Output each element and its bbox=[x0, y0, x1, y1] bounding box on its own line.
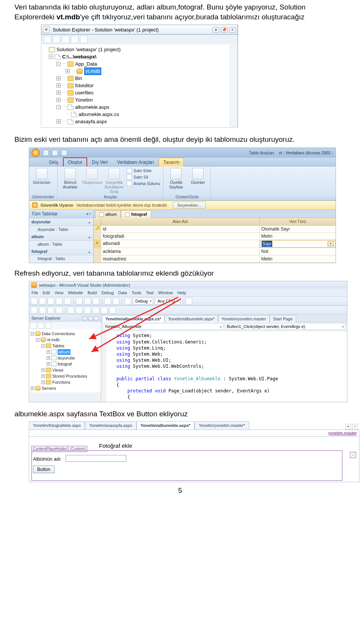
save-icon[interactable] bbox=[43, 150, 49, 156]
tool-icon[interactable] bbox=[56, 307, 63, 314]
tab-olustur[interactable]: Oluştur bbox=[63, 157, 88, 166]
refresh-icon[interactable] bbox=[31, 323, 37, 329]
collapse-icon[interactable]: − bbox=[56, 105, 61, 109]
tool-icon[interactable] bbox=[84, 307, 91, 314]
fckeditor-node[interactable]: +⋯fckeditor bbox=[44, 82, 237, 89]
yonetim-node[interactable]: +⋯Yonetim bbox=[44, 96, 237, 104]
menu-data[interactable]: Data bbox=[118, 290, 127, 296]
tool-icon[interactable] bbox=[39, 307, 46, 314]
designer-tab[interactable]: Yonetim/yonetim.master* bbox=[195, 421, 249, 430]
office-button-icon[interactable] bbox=[31, 149, 40, 157]
tool-icon[interactable] bbox=[109, 307, 116, 314]
collapse-icon[interactable]: − bbox=[49, 55, 53, 59]
menu-build[interactable]: Build bbox=[88, 290, 97, 296]
expand-icon[interactable]: + bbox=[56, 83, 61, 88]
ozellik-sayfasi-button[interactable]: Özellik Sayfası bbox=[166, 168, 185, 189]
editor-tab[interactable]: Yonetim/albumekle.aspx* bbox=[165, 315, 218, 323]
copy-website-icon[interactable] bbox=[71, 36, 78, 43]
tab-tasarim[interactable]: Tasarım bbox=[158, 158, 184, 166]
add-item-icon[interactable] bbox=[39, 298, 46, 304]
tables-node[interactable]: −Tables bbox=[31, 343, 100, 349]
platform-dropdown[interactable]: Any CPU bbox=[155, 298, 180, 304]
expand-icon[interactable]: + bbox=[66, 69, 70, 73]
project-node[interactable]: −C:\...\webaspx\ bbox=[44, 53, 237, 60]
menu-window[interactable]: Window bbox=[158, 290, 173, 296]
refresh-icon[interactable] bbox=[53, 36, 60, 43]
config-dropdown[interactable]: Debug bbox=[133, 298, 153, 304]
paste-icon[interactable] bbox=[93, 298, 99, 304]
scroll-down-icon[interactable]: ▾ bbox=[231, 120, 236, 126]
find-icon[interactable] bbox=[185, 298, 192, 304]
scrollbar-thumb[interactable] bbox=[231, 62, 236, 79]
anasayfa-aspx-node[interactable]: +⋯anasayfa.aspx bbox=[44, 118, 237, 125]
data-connections-node[interactable]: −Data Connections bbox=[31, 331, 100, 337]
master-page-path[interactable]: yonetim.master bbox=[29, 430, 359, 437]
dropdown-icon[interactable]: ▾ bbox=[212, 27, 219, 33]
save-icon[interactable] bbox=[56, 298, 63, 304]
field-row[interactable]: resimadresiMetin bbox=[94, 256, 336, 263]
open-file-icon[interactable] bbox=[47, 298, 54, 304]
editor-tab[interactable]: Start Page bbox=[270, 315, 296, 323]
start-debug-icon[interactable] bbox=[124, 298, 131, 304]
nest-icon[interactable] bbox=[62, 36, 69, 43]
tab-giris[interactable]: Giriş bbox=[44, 158, 63, 166]
pin-icon[interactable] bbox=[88, 316, 93, 320]
olusturucu-button[interactable]: Oluşturucu bbox=[83, 168, 102, 185]
designer-tab[interactable]: Yonetim/albumekle.aspx* bbox=[136, 421, 195, 430]
expand-icon[interactable]: + bbox=[56, 98, 61, 102]
vtmdb-connection-node[interactable]: −vt.mdb bbox=[31, 337, 100, 343]
tool-icon[interactable] bbox=[31, 307, 38, 314]
close-panel-icon[interactable]: × bbox=[229, 27, 236, 33]
asp-config-icon[interactable] bbox=[80, 36, 88, 43]
editor-tab[interactable]: Yonetim/yonetim.master bbox=[218, 315, 270, 323]
field-row[interactable]: aciklamaNot bbox=[94, 248, 336, 255]
tab-disveri[interactable]: Dış Veri bbox=[87, 158, 112, 166]
servers-node[interactable]: +Servers bbox=[31, 385, 100, 391]
menu-edit[interactable]: Edit bbox=[43, 290, 50, 296]
menu-help[interactable]: Help bbox=[177, 290, 186, 296]
album-table-node[interactable]: +album bbox=[31, 349, 100, 355]
userfiles-node[interactable]: +⋯userfiles bbox=[44, 89, 237, 96]
menu-tools[interactable]: Tools bbox=[132, 290, 141, 296]
albumekle-cs-node[interactable]: ⋯albumekle.aspx.cs bbox=[44, 111, 237, 118]
designer-tab[interactable]: Yonetim/fotografekle.aspx bbox=[29, 421, 85, 430]
pin-icon[interactable]: 📌 bbox=[221, 27, 228, 33]
worktab-fotograf[interactable]: fotograf bbox=[121, 210, 151, 218]
albumekle-aspx-node[interactable]: −⋯albumekle.aspx bbox=[44, 104, 237, 111]
field-row[interactable]: fotografadiMetin bbox=[94, 233, 336, 240]
connect-icon[interactable] bbox=[45, 323, 51, 329]
tool-icon[interactable] bbox=[93, 307, 99, 314]
copy-icon[interactable] bbox=[84, 298, 91, 304]
solution-node[interactable]: Solution 'webaspx' (1 project) bbox=[44, 46, 237, 53]
class-dropdown[interactable]: Yonetim_Albumekle bbox=[103, 323, 223, 330]
submit-button[interactable]: Button bbox=[33, 466, 55, 473]
worktab-album[interactable]: album bbox=[95, 210, 121, 218]
duyurular-table-node[interactable]: +duyurular bbox=[31, 355, 100, 361]
undo-icon[interactable] bbox=[104, 298, 111, 304]
expand-icon[interactable]: + bbox=[56, 91, 61, 95]
close-icon[interactable]: × bbox=[43, 26, 50, 33]
gecerlilik-button[interactable]: Geçerlilik Kurallarını Sına bbox=[105, 168, 124, 194]
menu-view[interactable]: View bbox=[55, 290, 64, 296]
gorunum-button[interactable]: Görünüm bbox=[32, 168, 51, 185]
close-icon[interactable] bbox=[94, 316, 99, 320]
field-row[interactable]: ▸albunadiSayı▾ bbox=[94, 240, 336, 248]
menu-website[interactable]: Website bbox=[68, 290, 83, 296]
album-name-textbox[interactable] bbox=[66, 455, 126, 462]
editor-tab[interactable]: Yonetim/albumekle.aspx.cs* bbox=[102, 315, 165, 323]
fotograf-table-node[interactable]: +fotograf bbox=[31, 361, 100, 367]
nav-item-fotograf[interactable]: fotograf : Tablo bbox=[29, 255, 93, 262]
cut-icon[interactable] bbox=[76, 298, 83, 304]
save-all-icon[interactable] bbox=[64, 298, 71, 304]
arama-sutunu-button[interactable]: Arama Sütunu bbox=[127, 181, 160, 187]
tool-icon[interactable] bbox=[76, 307, 83, 314]
redo-icon[interactable] bbox=[113, 298, 119, 304]
nav-item-album[interactable]: album : Tablo bbox=[29, 241, 93, 248]
properties-icon[interactable] bbox=[44, 36, 51, 43]
tool-icon[interactable] bbox=[67, 307, 74, 314]
field-row[interactable]: 🔑idOtomatik Sayı bbox=[94, 226, 336, 233]
tool-icon[interactable] bbox=[101, 307, 108, 314]
undo-icon[interactable] bbox=[52, 150, 58, 156]
views-node[interactable]: +Views bbox=[31, 367, 100, 373]
tab-vt-araclari[interactable]: Veritabanı Araçları bbox=[112, 158, 158, 166]
